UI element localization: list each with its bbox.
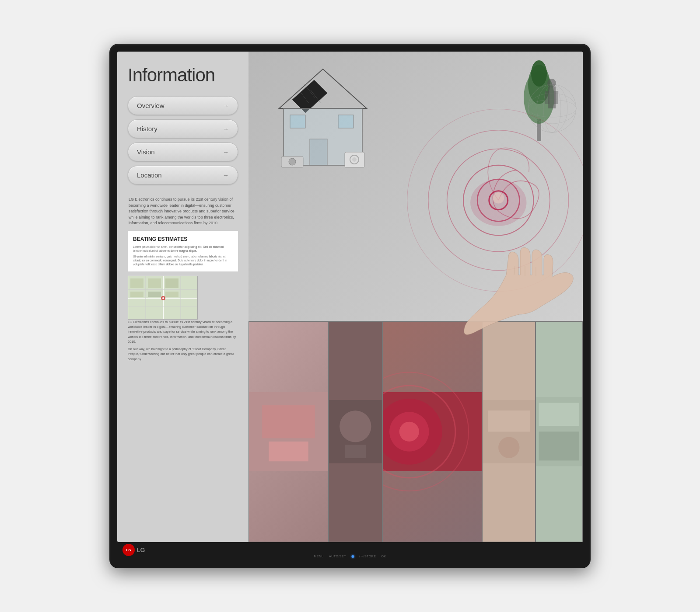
nav-location-arrow: → bbox=[223, 172, 229, 179]
article-box: BEATING ESTIMATES Lorem ipsum dolor sit … bbox=[128, 231, 238, 271]
svg-rect-48 bbox=[545, 91, 550, 104]
nav-overview-arrow: → bbox=[223, 102, 229, 109]
footer-text-2: On our way, we hold tight to a philosoph… bbox=[128, 347, 238, 362]
left-bottom-section: BEATING ESTIMATES Lorem ipsum dolor sit … bbox=[128, 231, 238, 364]
svg-point-36 bbox=[447, 149, 550, 251]
house-illustration bbox=[257, 56, 388, 178]
right-panel bbox=[248, 52, 583, 542]
svg-point-59 bbox=[399, 422, 419, 442]
svg-point-47 bbox=[547, 79, 556, 87]
top-image-area bbox=[248, 52, 583, 321]
svg-rect-12 bbox=[165, 292, 178, 297]
svg-rect-51 bbox=[262, 405, 315, 438]
grid-image-2 bbox=[329, 321, 382, 542]
svg-rect-67 bbox=[539, 432, 579, 461]
off-button[interactable]: OK bbox=[381, 555, 386, 558]
svg-point-25 bbox=[289, 158, 296, 165]
svg-point-35 bbox=[463, 165, 533, 235]
grid-img-2-svg bbox=[329, 322, 382, 542]
map-svg bbox=[128, 276, 198, 320]
svg-rect-7 bbox=[130, 278, 144, 288]
auto-set-button[interactable]: AUTO/SET bbox=[329, 555, 346, 558]
menu-button[interactable]: MENU bbox=[314, 555, 324, 558]
article-title: BEATING ESTIMATES bbox=[133, 236, 233, 242]
svg-rect-52 bbox=[269, 442, 308, 461]
grid-image-4 bbox=[482, 321, 536, 542]
grid-image-3 bbox=[382, 321, 482, 542]
nav-history-arrow: → bbox=[223, 125, 229, 132]
nav-vision-arrow: → bbox=[223, 149, 229, 156]
map-article-row bbox=[128, 276, 238, 320]
map-image bbox=[128, 276, 198, 320]
monitor-bottom-bar: LG LG MENU AUTO/SET / +/STORE OK bbox=[109, 546, 591, 564]
nav-vision[interactable]: Vision → bbox=[128, 143, 238, 161]
svg-rect-10 bbox=[130, 292, 144, 297]
lg-brand-text: LG bbox=[136, 546, 145, 553]
power-led bbox=[351, 555, 354, 558]
lg-circle-logo: LG bbox=[122, 544, 135, 556]
grid-img-5-svg bbox=[536, 322, 582, 542]
grid-image-5 bbox=[536, 321, 583, 542]
screen: Information Overview → History → Vision … bbox=[117, 52, 583, 542]
svg-marker-16 bbox=[292, 80, 327, 113]
grid-image-1 bbox=[248, 321, 329, 542]
bottom-image-grid bbox=[248, 321, 583, 542]
svg-rect-11 bbox=[148, 292, 161, 297]
nav-vision-label: Vision bbox=[137, 148, 155, 156]
footer-text-1: LG Electronics continues to pursue its 2… bbox=[128, 320, 238, 344]
nav-history[interactable]: History → bbox=[128, 119, 238, 138]
nav-location[interactable]: Location → bbox=[128, 166, 238, 184]
grid-img-1-svg bbox=[249, 322, 328, 542]
svg-point-14 bbox=[162, 297, 164, 299]
nav-history-label: History bbox=[137, 125, 158, 132]
nav-overview[interactable]: Overview → bbox=[128, 96, 238, 115]
svg-rect-22 bbox=[290, 115, 305, 128]
page-title: Information bbox=[128, 65, 238, 86]
svg-point-34 bbox=[477, 179, 519, 221]
svg-rect-23 bbox=[338, 115, 354, 128]
svg-point-54 bbox=[340, 410, 371, 442]
nav-location-label: Location bbox=[137, 171, 162, 179]
svg-point-33 bbox=[489, 191, 508, 210]
nav-overview-label: Overview bbox=[137, 102, 164, 109]
svg-rect-55 bbox=[345, 445, 366, 458]
svg-rect-9 bbox=[165, 278, 178, 288]
monitor: Information Overview → History → Vision … bbox=[109, 44, 591, 568]
description-text: LG Electronics continues to pursue its 2… bbox=[128, 197, 238, 226]
svg-rect-21 bbox=[310, 139, 327, 165]
grid-img-4-svg bbox=[483, 322, 536, 542]
monitor-controls: MENU AUTO/SET / +/STORE OK bbox=[314, 555, 386, 558]
house-svg bbox=[257, 56, 388, 178]
svg-rect-8 bbox=[148, 278, 161, 288]
lg-logo: LG LG bbox=[122, 544, 145, 556]
svg-point-28 bbox=[352, 157, 357, 162]
grid-img-3-svg bbox=[383, 322, 482, 542]
content-area: Information Overview → History → Vision … bbox=[117, 52, 583, 542]
ok-button[interactable]: / +/STORE bbox=[359, 555, 376, 558]
globe-decoration bbox=[526, 60, 578, 156]
svg-point-40 bbox=[493, 192, 504, 204]
svg-rect-49 bbox=[554, 91, 558, 104]
svg-rect-66 bbox=[539, 403, 579, 426]
article-body: Lorem ipsum dolor sit amet, consectetur … bbox=[133, 245, 233, 266]
svg-point-64 bbox=[498, 437, 519, 458]
left-panel: Information Overview → History → Vision … bbox=[117, 52, 248, 542]
svg-point-39 bbox=[470, 179, 526, 226]
svg-rect-63 bbox=[488, 410, 530, 431]
